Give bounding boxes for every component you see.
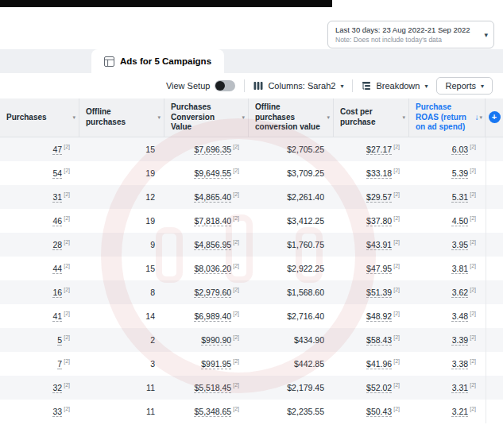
tab-label: Ads for 5 Campaigns — [120, 56, 211, 66]
sort-caret-icon: ▾ — [479, 114, 482, 121]
cell-purchases[interactable]: 41[2] — [0, 304, 79, 328]
table-row[interactable]: 28[2] 9 $4,856.95[2] $1,760.75 $43.91[2]… — [0, 233, 503, 257]
cell-offline-purchases: 3 — [79, 352, 164, 376]
cell-purchases[interactable]: 7[2] — [0, 352, 79, 376]
table-row[interactable]: 41[2] 14 $6,989.40[2] $2,716.40 $48.92[2… — [0, 304, 503, 328]
cell-offline-purchases-conversion-value: $2,705.25 — [249, 137, 334, 161]
cell-add-column-spacer — [486, 185, 503, 209]
breakdown-menu-button[interactable]: Breakdown ▾ — [362, 81, 428, 91]
cell-purchases-conversion-value[interactable]: $7,696.35[2] — [164, 137, 249, 161]
cell-purchase-roas[interactable]: 3.95[2] — [409, 233, 486, 257]
cell-purchases[interactable]: 33[2] — [0, 400, 79, 423]
date-range-selector[interactable]: Last 30 days: 23 Aug 2022-21 Sep 2022 No… — [327, 21, 494, 48]
cell-purchase-roas[interactable]: 6.03[2] — [409, 137, 486, 161]
add-column-button[interactable]: + — [489, 111, 501, 123]
cell-purchase-roas[interactable]: 3.62[2] — [409, 280, 486, 304]
cell-offline-purchases: 19 — [79, 209, 164, 233]
cell-cost-per-purchase[interactable]: $48.92[2] — [334, 304, 409, 328]
date-range-note: Note: Does not include today's data — [335, 36, 478, 44]
table-row[interactable]: 46[2] 19 $7,818.40[2] $3,412.25 $37.80[2… — [0, 209, 503, 233]
table-row[interactable]: 44[2] 15 $8,036.20[2] $2,922.25 $47.95[2… — [0, 257, 503, 280]
column-header-purchase-roas[interactable]: Purchase ROAS (return on ad spend) ↓ ▾ — [409, 98, 486, 137]
column-header-purchases-conversion-value[interactable]: Purchases Conversion Value ▾ — [164, 98, 249, 137]
reports-button[interactable]: Reports ▾ — [436, 77, 493, 95]
cell-offline-purchases-conversion-value: $3,412.25 — [249, 209, 334, 233]
cell-cost-per-purchase[interactable]: $58.43[2] — [334, 328, 409, 352]
cell-offline-purchases-conversion-value: $442.85 — [249, 352, 334, 376]
cell-offline-purchases-conversion-value: $2,179.45 — [249, 376, 334, 400]
cell-purchases-conversion-value[interactable]: $4,865.40[2] — [164, 185, 249, 209]
cell-purchases[interactable]: 31[2] — [0, 185, 79, 209]
cell-cost-per-purchase[interactable]: $47.95[2] — [334, 257, 409, 280]
tab-strip: Ads for 5 Campaigns — [0, 49, 503, 73]
table-row[interactable]: 7[2] 3 $991.95[2] $442.85 $41.96[2] 3.38… — [0, 352, 503, 376]
cell-purchases-conversion-value[interactable]: $991.95[2] — [164, 352, 249, 376]
cell-purchase-roas[interactable]: 3.38[2] — [409, 352, 486, 376]
cell-add-column-spacer — [486, 280, 503, 304]
cell-purchase-roas[interactable]: 4.50[2] — [409, 209, 486, 233]
toolbar: View Setup Columns: Sarah2 ▾ Breakdown ▾… — [0, 73, 503, 98]
cell-purchase-roas[interactable]: 3.21[2] — [409, 400, 486, 423]
sort-desc-icon: ↓ — [474, 113, 478, 123]
cell-add-column-spacer — [486, 376, 503, 400]
cell-add-column-spacer — [486, 400, 503, 423]
cell-cost-per-purchase[interactable]: $52.02[2] — [334, 376, 409, 400]
caret-down-icon: ▾ — [484, 31, 488, 39]
cell-purchases-conversion-value[interactable]: $4,856.95[2] — [164, 233, 249, 257]
cell-purchase-roas[interactable]: 5.39[2] — [409, 161, 486, 185]
cell-purchases[interactable]: 54[2] — [0, 161, 79, 185]
column-header-purchases[interactable]: Purchases ▾ — [0, 98, 79, 137]
cell-offline-purchases-conversion-value: $1,568.60 — [249, 280, 334, 304]
cell-purchases[interactable]: 47[2] — [0, 137, 79, 161]
cell-purchases[interactable]: 44[2] — [0, 257, 79, 280]
cell-purchases[interactable]: 5[2] — [0, 328, 79, 352]
column-header-offline-purchases-conversion-value[interactable]: Offline purchases conversion value ▾ — [249, 98, 334, 137]
cell-offline-purchases-conversion-value: $1,760.75 — [249, 233, 334, 257]
cell-cost-per-purchase[interactable]: $29.57[2] — [334, 185, 409, 209]
cell-purchases-conversion-value[interactable]: $8,036.20[2] — [164, 257, 249, 280]
cell-cost-per-purchase[interactable]: $51.39[2] — [334, 280, 409, 304]
cell-cost-per-purchase[interactable]: $27.17[2] — [334, 137, 409, 161]
cell-cost-per-purchase[interactable]: $43.91[2] — [334, 233, 409, 257]
view-setup-toggle[interactable]: View Setup — [166, 80, 235, 91]
cell-offline-purchases: 19 — [79, 161, 164, 185]
cell-purchase-roas[interactable]: 3.81[2] — [409, 257, 486, 280]
tab-ads-for-campaigns[interactable]: Ads for 5 Campaigns — [91, 49, 224, 73]
cell-cost-per-purchase[interactable]: $41.96[2] — [334, 352, 409, 376]
table-row[interactable]: 47[2] 15 $7,696.35[2] $2,705.25 $27.17[2… — [0, 137, 503, 161]
caret-down-icon: ▾ — [340, 83, 343, 90]
table-row[interactable]: 54[2] 19 $9,649.55[2] $3,709.25 $33.18[2… — [0, 161, 503, 185]
cell-purchase-roas[interactable]: 3.48[2] — [409, 304, 486, 328]
table-row[interactable]: 31[2] 12 $4,865.40[2] $2,261.40 $29.57[2… — [0, 185, 503, 209]
cell-purchases-conversion-value[interactable]: $9,649.55[2] — [164, 161, 249, 185]
table-grid-icon — [104, 56, 114, 67]
cell-purchases[interactable]: 16[2] — [0, 280, 79, 304]
cell-purchases[interactable]: 28[2] — [0, 233, 79, 257]
top-black-bar — [0, 0, 332, 7]
table-row[interactable]: 32[2] 11 $5,518.45[2] $2,179.45 $52.02[2… — [0, 376, 503, 400]
cell-cost-per-purchase[interactable]: $50.43[2] — [334, 400, 409, 423]
cell-purchase-roas[interactable]: 3.31[2] — [409, 376, 486, 400]
cell-purchases-conversion-value[interactable]: $7,818.40[2] — [164, 209, 249, 233]
cell-purchases[interactable]: 46[2] — [0, 209, 79, 233]
column-header-offline-purchases[interactable]: Offline purchases ▾ — [79, 98, 164, 137]
columns-menu-button[interactable]: Columns: Sarah2 ▾ — [253, 81, 343, 91]
cell-purchases-conversion-value[interactable]: $990.90[2] — [164, 328, 249, 352]
cell-purchases-conversion-value[interactable]: $5,518.45[2] — [164, 376, 249, 400]
cell-purchase-roas[interactable]: 3.39[2] — [409, 328, 486, 352]
cell-offline-purchases: 2 — [79, 328, 164, 352]
cell-cost-per-purchase[interactable]: $33.18[2] — [334, 161, 409, 185]
cell-purchases-conversion-value[interactable]: $2,979.60[2] — [164, 280, 249, 304]
column-header-cost-per-purchase[interactable]: Cost per purchase ▾ — [334, 98, 409, 137]
cell-purchase-roas[interactable]: 5.31[2] — [409, 185, 486, 209]
table-row[interactable]: 16[2] 8 $2,979.60[2] $1,568.60 $51.39[2]… — [0, 280, 503, 304]
cell-purchases[interactable]: 32[2] — [0, 376, 79, 400]
cell-cost-per-purchase[interactable]: $37.80[2] — [334, 209, 409, 233]
cell-add-column-spacer — [486, 161, 503, 185]
cell-purchases-conversion-value[interactable]: $6,989.40[2] — [164, 304, 249, 328]
table-row[interactable]: 5[2] 2 $990.90[2] $434.90 $58.43[2] 3.39… — [0, 328, 503, 352]
cell-purchases-conversion-value[interactable]: $5,348.65[2] — [164, 400, 249, 423]
toolbar-divider — [244, 79, 245, 92]
toggle-switch[interactable] — [215, 80, 235, 91]
table-row[interactable]: 33[2] 11 $5,348.65[2] $2,235.55 $50.43[2… — [0, 400, 503, 423]
